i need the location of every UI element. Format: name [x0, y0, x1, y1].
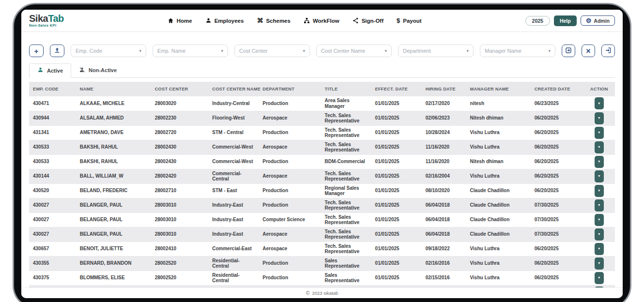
row-action-button[interactable]: ▾: [595, 127, 604, 139]
person-slash-icon: [79, 67, 85, 74]
chevron-down-icon: ▾: [221, 48, 223, 53]
cell-manager-name: Nitesh dhiman: [466, 154, 531, 169]
col-department: DEPARTMENT: [259, 82, 321, 96]
cell-created-date: 06/20/2025: [531, 154, 583, 169]
admin-label: Admin: [594, 18, 610, 24]
apply-filter-button[interactable]: [562, 45, 575, 57]
cell-cost-center: 28003010: [151, 212, 209, 227]
row-action-button[interactable]: ▾: [595, 243, 604, 255]
cell-title: Tech. Sales Representative: [321, 227, 371, 242]
cell-name: BELANGER, PAUL: [76, 212, 151, 227]
tab-label: Active: [47, 68, 63, 74]
cell-cost-center: 28002410: [151, 242, 209, 256]
cell-hiring-date: 02/06/2023: [422, 111, 466, 125]
row-action-button[interactable]: ▾: [595, 185, 604, 197]
cell-emp-code: 430375: [29, 271, 76, 285]
col-emp-code: EMP. CODE: [29, 82, 76, 96]
chevron-down-icon: ▾: [303, 48, 305, 53]
cell-name: ALSALAM, AHMED: [76, 111, 151, 125]
cell-department: Aerospace: [259, 227, 321, 242]
filter-cost-center-name[interactable]: Cost Center Name ▾: [316, 45, 392, 57]
nav-signoff[interactable]: Sign-Off: [353, 17, 383, 24]
cell-effect-date: 01/01/2025: [371, 271, 422, 285]
cell-manager-name: Vishu Luthra: [466, 125, 531, 140]
close-icon: ✕: [586, 48, 591, 54]
table-row: 430533 BAKSHI, RAHUL 28002430 Commercial…: [29, 140, 615, 154]
filter-emp-name[interactable]: Emp. Name ▾: [153, 45, 228, 57]
chevron-down-icon: ▾: [598, 203, 600, 207]
nav-payout[interactable]: $ Payout: [397, 17, 422, 24]
table-row: 430027 BELANGER, PAUL 28003010 Industry-…: [29, 198, 615, 212]
row-action-button[interactable]: ▾: [595, 214, 604, 226]
chevron-down-icon: ▾: [598, 247, 600, 251]
status-tabs: Active Non-Active: [29, 63, 615, 78]
add-employee-button[interactable]: +: [29, 45, 44, 57]
app-screen: SikaTab Non-Sales KPI Home Employees ⌘ S…: [21, 10, 623, 298]
cell-cost-center-name: Commercial-East: [208, 242, 259, 256]
row-action-button[interactable]: ▾: [595, 272, 604, 284]
cell-title: Tech. Sales Representative: [321, 140, 371, 154]
row-action-button[interactable]: ▾: [595, 112, 604, 124]
cell-title: Regional Sales Manager: [321, 183, 371, 198]
admin-button[interactable]: ⚙ Admin: [581, 15, 615, 26]
filter-toolbar: + Emp. Code ▾ Emp. Name ▾ Cost Center ▾ …: [29, 45, 615, 57]
tab-non-active[interactable]: Non-Active: [71, 63, 124, 77]
cell-cost-center: 28002520: [151, 271, 209, 285]
cell-cost-center: 28003010: [151, 198, 209, 212]
filter-cost-center[interactable]: Cost Center ▾: [234, 45, 310, 57]
cell-hiring-date: 11/16/2020: [422, 154, 466, 169]
cell-hiring-date: 08/10/2020: [422, 183, 466, 198]
cell-name: BELANGER, PAUL: [76, 227, 151, 242]
nav-schemes[interactable]: ⌘ Schemes: [257, 17, 291, 24]
filter-placeholder: Manager Name: [485, 48, 548, 54]
upload-button[interactable]: [50, 45, 64, 57]
cell-created-date: 06/20/2025: [531, 140, 583, 154]
cell-emp-code: 430027: [29, 227, 76, 242]
year-badge[interactable]: 2025: [525, 16, 550, 26]
copyright-text: 2023 sikatab: [312, 290, 338, 296]
cell-hiring-date: 10/28/2024: [422, 125, 466, 140]
cell-department: Aerospace: [259, 169, 321, 183]
nav-employees[interactable]: Employees: [205, 17, 244, 24]
cell-hiring-date: 02/16/2004: [422, 169, 466, 183]
cell-effect-date: 01/01/2025: [371, 154, 422, 169]
person-icon: [205, 17, 212, 24]
filter-manager-name[interactable]: Manager Name ▾: [480, 45, 555, 57]
nav-home[interactable]: Home: [168, 17, 192, 24]
filter-emp-code[interactable]: Emp. Code ▾: [71, 45, 146, 57]
cell-created-date: 06/20/2025: [531, 271, 583, 285]
clear-filter-button[interactable]: ✕: [582, 45, 595, 57]
chevron-down-icon: ▾: [139, 48, 141, 53]
row-action-button[interactable]: ▾: [595, 97, 604, 109]
share-nodes-icon: [353, 17, 359, 24]
brand-name-accent: Tab: [48, 13, 64, 24]
table-row: 430027 BELANGER, PAUL 28003010 Industry-…: [29, 227, 615, 242]
export-button[interactable]: [601, 45, 615, 57]
cell-department: Production: [259, 256, 321, 271]
cell-cost-center-name: Industry-East: [208, 212, 259, 227]
filter-placeholder: Emp. Code: [76, 48, 139, 54]
row-action-button[interactable]: ▾: [595, 228, 604, 241]
nav-workflow[interactable]: WorkFlow: [304, 17, 339, 24]
row-action-button[interactable]: ▾: [595, 141, 604, 153]
cell-name: BAKSHI, RAHUL: [76, 140, 151, 154]
cell-effect-date: 01/01/2025: [371, 212, 422, 227]
filter-department[interactable]: Department ▾: [398, 45, 474, 57]
nav-label: Home: [177, 18, 192, 24]
row-action-button[interactable]: ▾: [595, 257, 604, 270]
col-created-date: CREATED DATE: [531, 82, 583, 96]
cell-cost-center-name: STM - Central: [208, 125, 259, 140]
chevron-down-icon: ▾: [598, 116, 600, 120]
person-icon: [37, 67, 44, 74]
cell-cost-center: 28002430: [151, 140, 209, 154]
chevron-down-icon: ▾: [466, 48, 469, 53]
row-action-button[interactable]: ▾: [595, 156, 604, 168]
filter-placeholder: Cost Center Name: [321, 48, 384, 54]
gear-icon: ⚙: [586, 17, 592, 24]
row-action-button[interactable]: ▾: [595, 199, 604, 211]
help-button[interactable]: Help: [554, 15, 577, 26]
cell-cost-center: 28002520: [151, 256, 209, 271]
row-action-button[interactable]: ▾: [595, 170, 604, 182]
cell-created-date: 06/20/2025: [531, 111, 583, 125]
tab-active[interactable]: Active: [29, 63, 71, 78]
